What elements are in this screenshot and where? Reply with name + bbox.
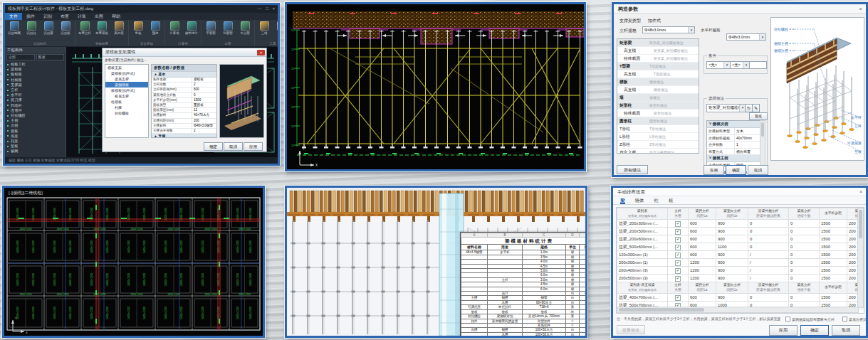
palette-item[interactable]: 托座 xyxy=(5,139,66,144)
condition-select-1[interactable]: <无>▾ xyxy=(706,61,731,69)
dialog-3d-preview[interactable] xyxy=(219,64,264,138)
tab-3[interactable]: 板 xyxy=(669,196,674,204)
prop-row[interactable]: 立杆纵距la(mm)600 xyxy=(152,87,216,92)
tree-item[interactable]: 柱箍 xyxy=(105,105,148,110)
method-list-row[interactable]: 高支模楼板做法 xyxy=(617,86,699,94)
method-list-row[interactable]: Z形柱Z形柱做法 xyxy=(617,141,699,149)
tree-item[interactable]: 对拉螺栓 xyxy=(105,110,148,116)
shared-pole-checkbox[interactable]: ✔ xyxy=(675,253,681,258)
panel-cad-plan[interactable]: [-][俯视][二维线框]2400×12002400×12002400×1200… xyxy=(2,186,265,338)
scrollbar-vertical[interactable] xyxy=(857,208,864,308)
prop-row[interactable]: 面板类型覆膜板 xyxy=(152,103,216,108)
menu-tab[interactable]: 识别 xyxy=(39,13,56,20)
table-row[interactable]: 200x400mm (3)✔1200900/015002002 xyxy=(617,267,865,275)
preview-button[interactable]: 预览 xyxy=(749,112,768,120)
palette-item[interactable]: 面板 xyxy=(5,129,66,134)
palette-item[interactable]: 板模板 xyxy=(5,72,66,77)
method-list-row[interactable]: 矩形梁矩形梁_对拉螺栓做法 xyxy=(617,39,699,47)
palette-item[interactable]: 剪刀撑 xyxy=(5,97,66,102)
tree-item[interactable]: 板模板(扣件式) xyxy=(105,87,148,93)
batch-edit-button[interactable]: 批量修改 xyxy=(617,325,645,334)
ribbon-button[interactable]: 材料统计 xyxy=(184,21,199,41)
close-icon[interactable]: × xyxy=(257,50,265,55)
tab-0[interactable]: 梁 xyxy=(620,196,625,204)
tree-item[interactable]: 梁模板(扣件式) xyxy=(105,70,148,76)
condition-input[interactable] xyxy=(749,61,767,69)
method-list-row[interactable]: 矩形柱矩形柱做法 xyxy=(617,102,699,110)
table-row[interactable]: 边梁_200x500mm (...✔6009000015002002 xyxy=(617,228,865,235)
menu-tab[interactable]: 帮助 xyxy=(108,13,125,20)
palette-item[interactable]: 对拉螺栓 xyxy=(5,113,66,118)
checkbox-joist-dir[interactable]: 梁底次楞沿梁宽布置 xyxy=(842,317,868,322)
ribbon-button[interactable]: 识别梁 xyxy=(41,21,56,41)
shared-pole-checkbox[interactable]: ✔ xyxy=(675,276,681,282)
pole-spec-select[interactable]: Φ48x3.0mm▾ xyxy=(642,26,695,33)
ribbon-button[interactable]: 预览 xyxy=(147,21,163,41)
palette-item[interactable]: 柱模板 xyxy=(5,78,66,83)
menu-tab[interactable]: 插件 xyxy=(22,13,39,20)
table-row[interactable]: 120x300mm (1)✔600900/015002002 xyxy=(617,251,865,259)
prop-row[interactable]: 次楞材料40×70木方 xyxy=(152,113,216,118)
method-list-row[interactable]: L形柱L形柱做法 xyxy=(617,133,699,141)
tree-item[interactable]: 梁底支撑 xyxy=(105,76,148,82)
palette-item[interactable]: 次楞 xyxy=(5,123,66,128)
dialog-button[interactable]: 应用 xyxy=(244,142,263,151)
shared-pole-checkbox[interactable]: ✔ xyxy=(675,245,681,250)
prop-row[interactable]: 构件名称梁模板 xyxy=(152,78,216,83)
method-list-row[interactable]: 自定义截...自定义截面做法 xyxy=(617,149,699,154)
dialog-button[interactable]: 取消 xyxy=(832,325,860,336)
edit-icon[interactable]: ✎ xyxy=(752,104,760,112)
palette-item[interactable]: 梁模板 xyxy=(5,67,66,72)
ledger-spec-select[interactable]: Φ48x3.0mm▾ xyxy=(726,33,766,41)
close-icon[interactable]: × xyxy=(859,188,862,196)
ribbon-button[interactable]: 识别轴网 xyxy=(6,21,22,41)
ribbon-button[interactable]: 三维 xyxy=(256,21,272,41)
method-list-row[interactable]: 墙墙做法 xyxy=(617,94,699,102)
palette-item[interactable]: 扫地杆 xyxy=(5,103,66,108)
prop-row[interactable]: 合并根数1 ▾ xyxy=(707,142,763,149)
menu-tab[interactable]: 布置 xyxy=(56,13,73,20)
prop-row[interactable]: 主楞合并根数2 xyxy=(152,129,216,134)
prop-row[interactable]: 梁底增设立杆数0 xyxy=(152,93,216,98)
method-list-row[interactable]: 特殊截面矩形梁_对拉螺栓做法 xyxy=(617,55,699,63)
prop-row[interactable]: 合并根数2 ▾ xyxy=(707,176,763,177)
tree-item[interactable]: 板底支撑 xyxy=(105,93,148,99)
tree-item[interactable]: 梁侧模板 xyxy=(105,82,148,87)
shared-pole-checkbox[interactable]: ✔ xyxy=(675,229,681,235)
window-controls[interactable]: — □ × xyxy=(258,5,276,13)
ribbon-button[interactable]: 设置 xyxy=(273,21,280,41)
dialog-button[interactable]: 应用 xyxy=(769,325,798,336)
ribbon-button[interactable]: 识别板 xyxy=(58,21,73,41)
palette-item[interactable]: 垫板 xyxy=(5,144,66,149)
method-list-row[interactable]: 高支模矩形梁_对拉螺栓做法 xyxy=(617,47,699,55)
palette-filter-b[interactable]: 图层 xyxy=(36,54,65,60)
prop-row[interactable]: 布置方式横向布置 ▾ xyxy=(707,149,763,156)
ribbon-button[interactable]: 复核 xyxy=(130,21,146,41)
palette-item[interactable]: 模板工程 xyxy=(5,62,66,67)
shared-pole-checkbox[interactable]: ✔ xyxy=(675,260,681,266)
prop-row[interactable]: 面板厚度(mm)12 xyxy=(152,108,216,113)
prop-row[interactable]: 次楞间距(mm)200 xyxy=(152,119,216,124)
prop-row[interactable]: 主楞材料Φ48×3.0钢管 xyxy=(152,124,216,129)
prop-row[interactable]: 水平杆步距(mm)1500 xyxy=(152,98,216,103)
ribbon-button[interactable]: 计算书 xyxy=(167,21,182,41)
dialog-button[interactable]: 取消 xyxy=(224,142,243,151)
menu-tab[interactable]: 计算 xyxy=(73,13,90,20)
tree-item[interactable]: 柱模板 xyxy=(105,99,148,105)
dialog-button[interactable]: 确定 xyxy=(726,165,746,175)
table-row[interactable]: 边梁_400x700mm (...✔6009000015002002 xyxy=(617,294,865,302)
panel-3d-model[interactable]: ABCDE梁模板材料统计表材料名称用途规格单位数量48×3.5钢管水平杆1.0m… xyxy=(285,186,587,338)
method-list-row[interactable]: 圆形柱圆形柱做法 xyxy=(617,117,699,125)
ribbon-button[interactable]: 平面图 xyxy=(203,21,219,41)
ribbon-button[interactable]: 布置立杆 xyxy=(77,21,93,41)
shared-pole-checkbox[interactable]: ✔ xyxy=(675,237,681,243)
scrollbar-horizontal[interactable] xyxy=(617,307,859,313)
dialog-button[interactable]: 确定 xyxy=(800,325,829,336)
prop-row[interactable]: 次楞材料规格40x70mm ▾ xyxy=(707,135,763,142)
checkbox-end-pole[interactable]: 梁两侧梁端部布置断头立杆 xyxy=(785,317,835,322)
all-methods-button[interactable]: 所有做法 xyxy=(617,165,648,174)
ribbon-button[interactable]: 布置模板 xyxy=(94,21,110,41)
panel-cad-elevation[interactable]: 15151515151515YX xyxy=(285,2,586,171)
method-select[interactable]: 矩形梁_对拉螺栓做法▾ xyxy=(706,104,746,112)
method-list-row[interactable]: T形柱T形柱做法 xyxy=(617,125,699,133)
